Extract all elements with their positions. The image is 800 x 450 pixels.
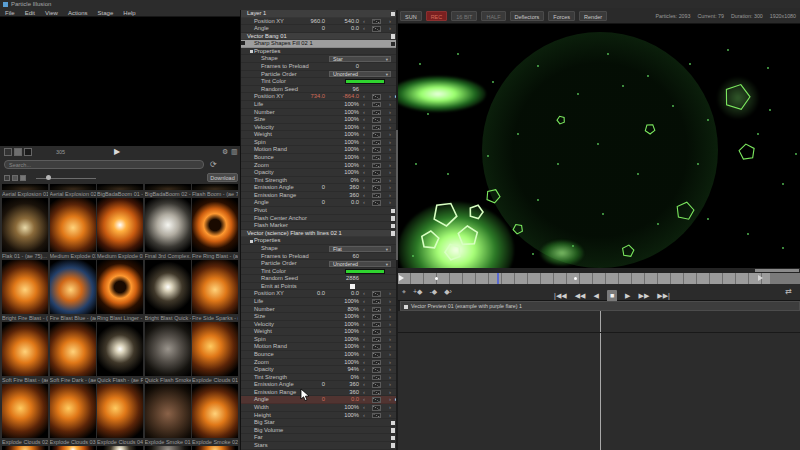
timeline-tracks[interactable] [398,311,800,450]
parameter-icon[interactable] [391,224,396,229]
library-item[interactable]: Soft Fire Dark - (ae... [50,322,96,384]
property-value-y[interactable]: 540.0 [329,18,359,26]
viewer-button-forces[interactable]: Forces [548,11,575,21]
graph-icon[interactable] [372,193,381,199]
dropdown-shape[interactable]: Star▾ [329,56,391,62]
property-row-motion-rand[interactable]: Motion Rand100%‹› [241,343,398,351]
property-row-position-xy[interactable]: Position XY0.00.0‹› [241,290,398,298]
prev-key-icon[interactable]: ‹ [363,290,365,298]
property-value[interactable]: 100% [329,109,359,117]
property-row-velocity[interactable]: Velocity100%‹› [241,124,398,132]
timeline-scrollbar-handle[interactable] [755,269,799,272]
graph-icon[interactable] [372,178,381,184]
property-value[interactable]: 100% [329,359,359,367]
library-item[interactable]: Medium Explode 01... [50,198,96,260]
grid-view-icon[interactable] [14,148,22,156]
properties-subheader-properties[interactable]: Properties [241,237,398,245]
prev-key-icon[interactable]: ‹ [363,381,365,389]
property-value[interactable]: 60 [329,253,359,261]
property-value[interactable]: 100% [329,116,359,124]
prev-key-icon[interactable]: ‹ [363,93,365,101]
next-key-icon[interactable]: › [389,199,391,207]
keyframe-nav-icon[interactable]: ⌖ [402,287,406,297]
prev-key-icon[interactable]: ‹ [363,25,365,33]
graph-icon[interactable] [372,132,381,138]
property-value[interactable]: 100% [329,162,359,170]
property-value-y[interactable]: 360 [329,184,359,192]
prev-key-icon[interactable]: ‹ [363,18,365,26]
property-value[interactable]: 100% [329,328,359,336]
property-row-angle[interactable]: Angle00.0‹›▸ [241,396,398,404]
property-row-position-xy[interactable]: Position XY734.0-864.0‹›▸ [241,93,398,101]
graph-icon[interactable] [372,307,381,313]
parameter-icon[interactable] [391,443,396,448]
next-keyframe-icon[interactable]: ◆› [444,287,452,297]
property-value[interactable]: 360 [329,389,359,397]
list-view-icon[interactable] [4,148,12,156]
property-row-angle[interactable]: Angle00.0‹› [241,199,398,207]
group-header-vector-science-flare-with-lines-02-1[interactable]: Vector (science) Flare with lines 02 1 [241,230,398,238]
tint-color-swatch[interactable] [345,269,385,274]
viewer-button-sun[interactable]: SUN [400,11,422,21]
property-row-bounce[interactable]: Bounce100%‹› [241,351,398,359]
library-item[interactable]: BigBadaBoom 01 - p... [97,184,143,198]
graph-icon[interactable] [372,360,381,366]
property-row-particle-order[interactable]: Particle OrderUnordered▾ [241,71,398,79]
menu-view[interactable]: View [40,9,63,17]
property-row-tint-strength[interactable]: Tint Strength0%‹› [241,177,398,185]
graph-icon[interactable] [372,94,381,100]
property-value[interactable]: 94% [329,366,359,374]
property-value-y[interactable]: -864.0 [329,93,359,101]
library-item[interactable]: Explode Clouds 04... [97,384,143,446]
next-key-icon[interactable]: › [389,162,391,170]
property-value-y[interactable]: 0.0 [329,199,359,207]
parameter-icon[interactable] [391,209,396,214]
thumb-size-slider-handle[interactable] [46,175,51,180]
property-value-x[interactable]: 734.0 [299,93,325,101]
property-value[interactable]: 100% [329,343,359,351]
next-key-icon[interactable]: › [389,336,391,344]
loop-button[interactable]: ⇄ [785,287,792,296]
graph-icon[interactable] [372,185,381,191]
gear-icon[interactable]: ⚙ [222,148,228,156]
next-key-icon[interactable]: › [389,328,391,336]
property-value[interactable]: 0% [329,177,359,185]
property-row-zoom[interactable]: Zoom100%‹› [241,359,398,367]
library-item[interactable]: BigBadaBoom 02 - p... [145,184,191,198]
library-item[interactable]: Quick Flash Smoke... [145,322,191,384]
property-value[interactable]: 100% [329,101,359,109]
property-value-y[interactable]: 0.0 [329,25,359,33]
next-key-icon[interactable]: › [389,374,391,382]
checkbox[interactable] [350,284,356,290]
property-value[interactable]: 2886 [329,275,359,283]
prev-key-icon[interactable]: ‹ [363,162,365,170]
go-start-button[interactable]: |◀◀ [554,290,567,302]
property-row-pivot[interactable]: Pivot [241,207,398,215]
property-row-weight[interactable]: Weight100%‹› [241,328,398,336]
search-input[interactable] [4,160,204,169]
next-key-icon[interactable]: › [389,389,391,397]
prev-key-icon[interactable]: ‹ [363,412,365,420]
graph-icon[interactable] [372,299,381,305]
library-item[interactable]: Fire Ring Blast - (ae... [192,198,238,260]
next-key-icon[interactable]: › [389,366,391,374]
graph-icon[interactable] [372,155,381,161]
library-item[interactable]: Flash Boom - (ae 75... [192,184,238,198]
library-item[interactable]: Explode Clouds 03... [50,384,96,446]
property-value[interactable]: 100% [329,412,359,420]
property-value[interactable]: 100% [329,321,359,329]
next-key-icon[interactable]: › [389,351,391,359]
property-value-y[interactable]: 0.0 [329,290,359,298]
library-item[interactable]: Explode Smoke 01... [145,384,191,446]
property-row-spin[interactable]: Spin100%‹› [241,139,398,147]
graph-icon[interactable] [372,337,381,343]
property-value[interactable]: 100% [329,404,359,412]
prev-key-icon[interactable]: ‹ [363,109,365,117]
property-value[interactable]: 100% [329,124,359,132]
viewer-button-rec[interactable]: REC [426,11,448,21]
prev-key-icon[interactable]: ‹ [363,116,365,124]
library-item[interactable]: Fire Blast Blue - (ae... [50,260,96,322]
property-row-emission-range[interactable]: Emission Range360‹› [241,192,398,200]
next-key-icon[interactable]: › [389,116,391,124]
property-row-far[interactable]: Far [241,434,398,442]
